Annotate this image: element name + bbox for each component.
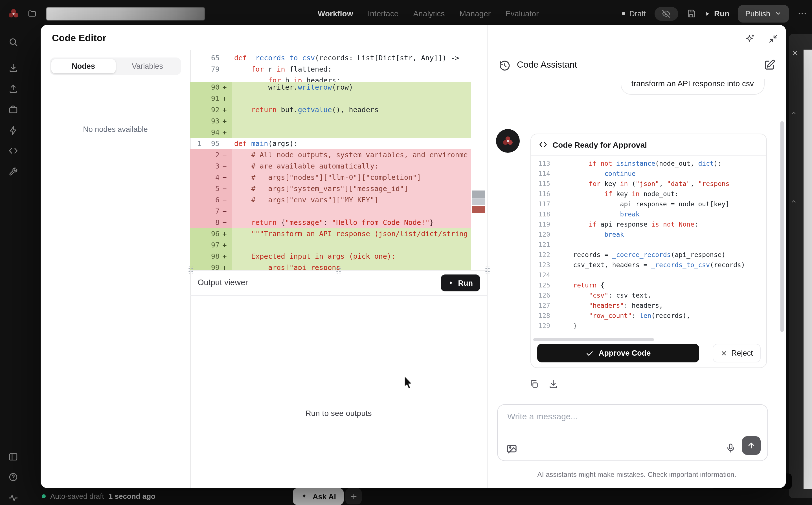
output-title: Output viewer xyxy=(198,278,248,287)
briefcase-icon[interactable] xyxy=(8,105,18,115)
resize-handle[interactable] xyxy=(335,266,341,274)
assistant-code-line: 117 api_response = node_out[key] xyxy=(531,199,766,209)
activity-icon[interactable] xyxy=(8,493,18,503)
wrench-icon[interactable] xyxy=(8,167,18,176)
horizontal-scrollbar[interactable] xyxy=(533,338,654,341)
editor-row: 65def _records_to_csv(records: List[Dict… xyxy=(190,52,487,64)
assistant-code-line: 121 xyxy=(531,239,766,250)
chevron-down-icon xyxy=(775,10,782,17)
reject-button[interactable]: Reject xyxy=(713,344,761,362)
editor-row: 94+ xyxy=(190,127,487,138)
tab-evaluator[interactable]: Evaluator xyxy=(505,9,539,18)
assistant-thread: transform an API response into csv Code … xyxy=(487,79,786,396)
assistant-code-line: 113 if not isinstance(node_out, dict): xyxy=(531,158,766,169)
play-icon xyxy=(448,280,454,286)
editor-row: 4− # args["nodes"]["llm-0"]["completion"… xyxy=(190,172,487,183)
scroll-marker xyxy=(472,206,485,213)
assistant-code-line: 114 continue xyxy=(531,169,766,179)
code-icon[interactable] xyxy=(8,146,18,156)
zap-icon[interactable] xyxy=(8,126,18,135)
copy-icon[interactable] xyxy=(529,379,539,389)
ai-disclaimer: AI assistants might make mistakes. Check… xyxy=(487,471,786,479)
assistant-title: Code Assistant xyxy=(517,60,577,70)
user-message-bubble: transform an API response into csv xyxy=(621,79,765,95)
editor-scrollbar[interactable] xyxy=(471,50,487,270)
download-icon[interactable] xyxy=(8,63,18,73)
tab-nodes[interactable]: Nodes xyxy=(51,59,115,73)
help-icon[interactable] xyxy=(8,472,18,482)
draft-dot-icon xyxy=(622,12,625,15)
assistant-scrollbar[interactable] xyxy=(780,121,784,332)
message-composer xyxy=(497,404,768,461)
approve-code-button[interactable]: Approve Code xyxy=(537,344,699,362)
attach-image-icon[interactable] xyxy=(506,443,517,454)
microphone-icon[interactable] xyxy=(726,443,736,453)
visibility-toggle[interactable] xyxy=(654,6,678,21)
topbar-actions: Draft Run Publish xyxy=(622,0,807,27)
new-chat-icon[interactable] xyxy=(764,59,775,71)
assistant-code-line: 125 return { xyxy=(531,280,766,290)
tab-manager[interactable]: Manager xyxy=(460,9,491,18)
output-empty-text: Run to see outputs xyxy=(190,408,487,417)
autosave-time: 1 second ago xyxy=(109,492,155,500)
assistant-code-line: 119 if api_response is not None: xyxy=(531,219,766,229)
background-panel-strip xyxy=(804,49,812,489)
assistant-code-line: 120 break xyxy=(531,229,766,239)
resize-handle[interactable] xyxy=(187,266,193,274)
editor-row: 5− # args["system_vars"]["message_id"] xyxy=(190,183,487,194)
editor-left-panel: Nodes Variables No nodes available xyxy=(41,50,191,488)
sparkle-icon xyxy=(300,493,308,500)
history-icon[interactable] xyxy=(499,60,511,71)
assistant-code: 113 if not isinstance(node_out, dict):11… xyxy=(531,156,766,331)
tab-analytics[interactable]: Analytics xyxy=(413,9,445,18)
upload-icon[interactable] xyxy=(8,84,18,94)
send-button[interactable] xyxy=(742,436,761,455)
assistant-code-line: 128 "row_count": len(records), xyxy=(531,311,766,321)
editor-row: 79 for r in flattened: xyxy=(190,64,487,75)
app-logo-icon[interactable] xyxy=(7,7,20,20)
mouse-cursor xyxy=(403,376,413,389)
draft-status: Draft xyxy=(622,9,646,18)
approve-label: Approve Code xyxy=(599,349,651,357)
close-icon[interactable] xyxy=(791,49,799,57)
save-icon[interactable] xyxy=(686,9,695,18)
panel-left-icon[interactable] xyxy=(8,452,18,462)
run-button[interactable]: Run xyxy=(441,275,480,291)
add-node-button[interactable] xyxy=(345,488,362,504)
editor-row: for h in headers: xyxy=(190,75,487,82)
assistant-code-line: 122 records = _coerce_records(api_respon… xyxy=(531,250,766,260)
approval-card-title: Code Ready for Approval xyxy=(553,140,647,149)
autosave-label: Auto-saved draft xyxy=(50,492,104,500)
tab-interface[interactable]: Interface xyxy=(368,9,399,18)
workflow-title-redacted xyxy=(46,7,205,20)
output-body: Run to see outputs xyxy=(190,295,487,488)
eye-off-icon xyxy=(662,9,670,18)
chevron-up-icon[interactable] xyxy=(791,198,797,205)
download-icon[interactable] xyxy=(549,379,558,389)
chevron-up-icon[interactable] xyxy=(791,110,797,116)
code-editor[interactable]: 65def _records_to_csv(records: List[Dict… xyxy=(190,50,487,270)
editor-row: 92+ return buf.getvalue(), headers xyxy=(190,104,487,116)
output-viewer: Output viewer Run Run to see outputs xyxy=(190,270,487,488)
search-icon[interactable] xyxy=(8,37,18,47)
assistant-code-line: 124 xyxy=(531,270,766,280)
publish-button[interactable]: Publish xyxy=(738,5,789,22)
overflow-menu-icon[interactable] xyxy=(797,8,807,19)
assistant-code-line: 115 for key in ("json", "data", "respons xyxy=(531,179,766,189)
assistant-code-line: 116 if key in node_out: xyxy=(531,189,766,199)
assistant-code-line: 118 break xyxy=(531,209,766,219)
assistant-code-line: 129 } xyxy=(531,321,766,331)
editor-row: 7− xyxy=(190,206,487,217)
assistant-code-line: 127 "headers": headers, xyxy=(531,300,766,311)
editor-row: 8− return {"message": "Hello from Code N… xyxy=(190,217,487,228)
assistant-logo-icon xyxy=(502,135,514,147)
code-brackets-icon xyxy=(539,140,547,149)
tab-workflow[interactable]: Workflow xyxy=(318,9,353,18)
editor-row: 91+ xyxy=(190,93,487,104)
message-input[interactable] xyxy=(506,410,751,436)
code-editor-modal: Code Editor Nodes Variables No nodes ava… xyxy=(41,25,786,488)
ask-ai-button[interactable]: Ask AI xyxy=(293,488,343,505)
tab-variables[interactable]: Variables xyxy=(115,59,180,73)
topbar-run-button[interactable]: Run xyxy=(704,9,729,18)
editor-row: 3− # are available automatically: xyxy=(190,161,487,172)
